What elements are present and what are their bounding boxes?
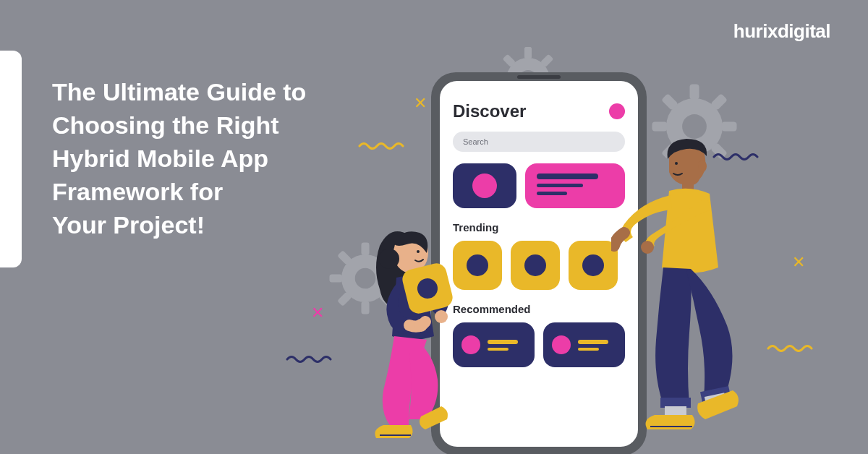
screen-title-row: Discover: [453, 101, 625, 121]
svg-point-20: [682, 114, 707, 139]
svg-rect-40: [660, 398, 691, 408]
trending-tile[interactable]: [511, 241, 560, 290]
brand-logo: hurixdigital: [733, 20, 830, 43]
x-mark-icon: ✕: [414, 94, 427, 113]
svg-rect-18: [652, 122, 668, 132]
svg-point-37: [698, 160, 707, 172]
svg-rect-42: [665, 406, 686, 416]
page-headline: The Ultimate Guide toChoosing the RightH…: [52, 76, 306, 241]
squiggle-icon: [358, 141, 409, 151]
svg-point-39: [641, 241, 654, 254]
search-placeholder: Search: [463, 137, 488, 146]
svg-rect-12: [690, 85, 699, 100]
svg-rect-14: [722, 122, 737, 132]
squiggle-icon: [286, 354, 336, 364]
svg-point-32: [379, 249, 399, 269]
svg-rect-3: [524, 47, 532, 59]
accent-dot-icon: [609, 103, 625, 119]
trending-tile[interactable]: [569, 241, 618, 290]
x-mark-icon: ✕: [792, 253, 805, 272]
feature-card[interactable]: [453, 163, 625, 208]
feature-card-icon: [453, 163, 516, 208]
phone-speaker: [517, 75, 561, 79]
svg-point-35: [414, 319, 427, 332]
svg-point-36: [417, 250, 420, 253]
feature-card-body: [525, 163, 625, 208]
brand-part2: digital: [778, 20, 830, 42]
illustration-woman: [340, 210, 485, 454]
search-input[interactable]: Search: [453, 132, 625, 152]
left-white-tab: [0, 51, 22, 267]
svg-point-44: [675, 162, 678, 165]
svg-point-34: [435, 310, 448, 323]
screen-title: Discover: [453, 101, 526, 121]
x-mark-icon: ✕: [311, 304, 324, 322]
brand-part1: hurix: [733, 20, 778, 42]
illustration-man: [611, 137, 785, 454]
